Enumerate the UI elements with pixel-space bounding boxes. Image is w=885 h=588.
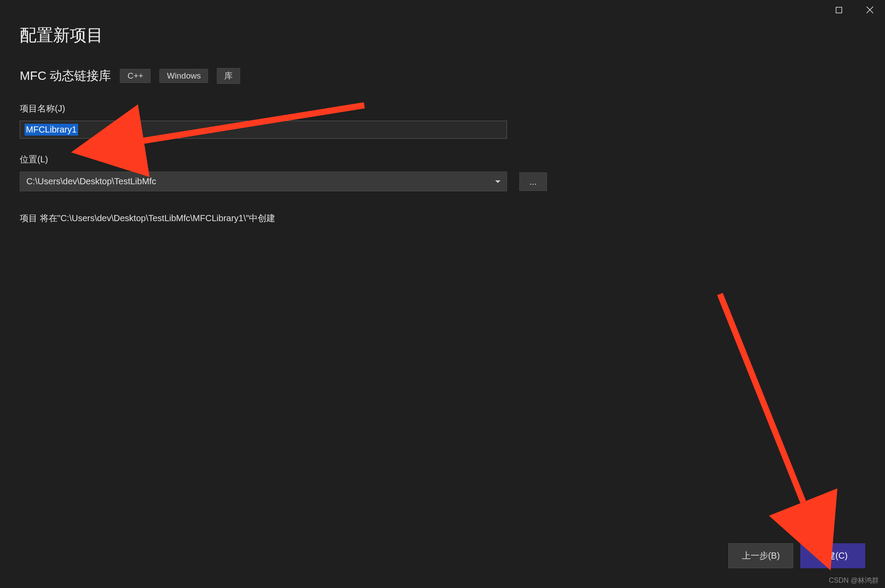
creation-path-info: 项目 将在"C:\Users\dev\Desktop\TestLibMfc\MF…: [20, 212, 865, 224]
project-name-label: 项目名称(J): [20, 103, 865, 115]
tag-windows: Windows: [159, 69, 208, 83]
maximize-button[interactable]: [824, 0, 854, 20]
chevron-down-icon: [495, 180, 500, 183]
close-button[interactable]: [854, 0, 885, 20]
page-title: 配置新项目: [20, 24, 865, 47]
location-select[interactable]: C:\Users\dev\Desktop\TestLibMfc: [20, 172, 507, 191]
back-button[interactable]: 上一步(B): [728, 543, 793, 568]
location-value: C:\Users\dev\Desktop\TestLibMfc: [26, 176, 156, 186]
watermark-text: CSDN @林鸿群: [829, 576, 879, 585]
svg-line-4: [720, 294, 808, 513]
svg-rect-0: [836, 7, 842, 13]
project-name-input[interactable]: MFCLibrary1: [20, 121, 507, 139]
location-label: 位置(L): [20, 154, 865, 165]
browse-button[interactable]: ...: [519, 172, 547, 191]
tag-cpp: C++: [120, 69, 151, 83]
create-button[interactable]: 创建(C): [800, 543, 865, 568]
project-name-value: MFCLibrary1: [25, 124, 78, 136]
subtitle-text: MFC 动态链接库: [20, 68, 111, 84]
tag-library: 库: [217, 68, 240, 84]
subtitle-row: MFC 动态链接库 C++ Windows 库: [20, 68, 865, 84]
